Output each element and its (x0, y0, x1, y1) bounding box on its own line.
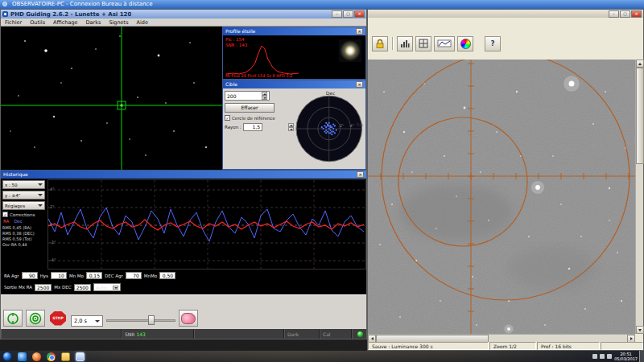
target-zoom-select[interactable]: 200 (225, 91, 270, 101)
star-profile-titlebar[interactable]: Profile étoile ✕ (223, 27, 365, 35)
dec-mode-select[interactable]: Auto (93, 283, 121, 291)
vertical-scrollbar[interactable] (635, 60, 643, 334)
volume-icon[interactable] (607, 354, 612, 359)
windows-explorer-icon[interactable] (61, 352, 70, 361)
dec-agr-input[interactable]: 70 (126, 272, 142, 279)
zoom-level: Zoom 1/2 (489, 342, 536, 350)
help-button[interactable]: ? (485, 36, 501, 51)
max-dec-label: Mx DEC (54, 285, 71, 290)
corrections-label: Corrections (10, 212, 35, 217)
status-message (1, 329, 122, 339)
target-axis-ra-label: RA (356, 121, 363, 127)
phd-titlebar[interactable]: PHD Guiding 2.6.2 - Lunette + Asi 120 – … (1, 10, 366, 19)
legend-dec[interactable]: Dec (14, 219, 23, 224)
max-dec-input[interactable]: 2500 (74, 284, 91, 291)
ytick-3: -2" (50, 240, 56, 245)
graph-settings-button[interactable]: Réglages (2, 201, 45, 210)
taskbar: 20:51 05/03/2017 (0, 351, 644, 362)
imaging-maximize-button[interactable]: ▢ (620, 10, 630, 18)
reference-circle-checkbox[interactable]: ✓ (225, 115, 230, 121)
y-scale-select[interactable]: y : ±4" (2, 191, 45, 200)
levels-icon (437, 39, 452, 48)
rms-ra: RMS 0,45 (RA) (2, 225, 46, 231)
history-titlebar[interactable]: Historique ✕ (1, 171, 366, 179)
exposure-duration-select[interactable]: 2,0 s (71, 315, 103, 327)
close-button[interactable]: ✕ (354, 10, 365, 18)
lock-button[interactable] (372, 36, 388, 51)
stretch-slider[interactable] (106, 314, 175, 327)
star-profile-close-icon[interactable]: ✕ (356, 28, 363, 35)
rms-dec: RMS 0,38 (DEC) (2, 231, 46, 237)
cal-indicator: Cal (320, 329, 352, 339)
snr-number: 143 (136, 331, 145, 337)
color-wheel-icon (460, 39, 471, 49)
advanced-settings-button[interactable] (179, 310, 198, 327)
radius-input[interactable]: 1,5 (243, 123, 262, 131)
minimize-button[interactable]: – (332, 10, 342, 18)
rdp-title: OBSERVATOIRE-PC - Connexion Bureau à dis… (12, 1, 153, 7)
target-panel: Cible ✕ 200 Effacer ✓ C (222, 80, 366, 170)
maximize-button[interactable]: ▢ (343, 10, 353, 18)
remote-desktop-screen: OBSERVATOIRE-PC - Connexion Bureau à dis… (0, 0, 644, 362)
guiding-params-row2: Sortie Mx RA 2500 Mx DEC 2500 Auto (4, 283, 121, 291)
history-close-icon[interactable]: ✕ (357, 171, 364, 178)
firefox-icon[interactable] (32, 352, 41, 361)
guide-target-icon (29, 312, 42, 325)
pin-icon[interactable] (2, 2, 7, 6)
ra-agr-input[interactable]: 90 (22, 272, 38, 279)
target-scatter-plot: Dec RA 2" 4" (294, 91, 365, 165)
taskbar-clock[interactable]: 20:51 05/03/2017 (614, 352, 638, 361)
hys-input[interactable]: 10 (51, 272, 67, 279)
ra-trace (48, 220, 364, 230)
chrome-icon[interactable] (47, 352, 56, 361)
rdp-connection-bar[interactable]: OBSERVATOIRE-PC - Connexion Bureau à dis… (0, 0, 644, 9)
imaging-minimize-button[interactable]: – (609, 10, 619, 18)
imaging-titlebar[interactable]: – ▢ ✕ (368, 10, 643, 18)
max-ra-input[interactable]: 2500 (35, 284, 52, 291)
show-desktop-button[interactable] (639, 351, 644, 362)
scroll-down-button[interactable] (636, 326, 644, 334)
bit-depth: Prof : 16 bits (537, 342, 600, 350)
menu-affichage[interactable]: Affichage (49, 19, 82, 26)
start-button[interactable] (2, 352, 12, 361)
slider-thumb[interactable] (148, 315, 155, 325)
menu-signets[interactable]: Signets (105, 19, 132, 26)
display-mode-button[interactable] (434, 36, 455, 51)
guide-button[interactable] (26, 310, 45, 327)
hidden-icons-icon[interactable] (592, 354, 597, 359)
internet-explorer-icon[interactable] (18, 352, 27, 361)
ra-agr-label: RA Agr (4, 274, 19, 278)
image-viewport[interactable] (368, 60, 635, 334)
imaging-app-taskbar-icon[interactable] (76, 352, 85, 361)
histogram-button[interactable] (397, 36, 413, 51)
system-tray: 20:51 05/03/2017 (592, 351, 638, 362)
profile-stats-line: Mi-Flux 28 PicH 154 Sz 8 HFD 3,2 (225, 73, 292, 78)
menu-aide[interactable]: Aide (133, 19, 152, 26)
scroll-up-button[interactable] (636, 60, 644, 68)
star-profile-curve (223, 39, 312, 77)
zoom-spinner[interactable] (262, 92, 267, 100)
radius-spinner[interactable] (288, 123, 294, 131)
loop-exposures-button[interactable] (3, 310, 23, 327)
target-title: Cible (225, 80, 237, 88)
grid-button[interactable] (415, 36, 431, 51)
clear-target-button[interactable]: Effacer (225, 103, 275, 113)
snr-segment: SNR 143 (122, 329, 194, 339)
menu-outils[interactable]: Outils (26, 19, 49, 26)
guiding-graph-plot[interactable]: 4" 2" 0 -2" -4" (47, 179, 366, 269)
imaging-close-button[interactable]: ✕ (631, 10, 642, 18)
target-close-icon[interactable]: ✕ (356, 81, 363, 88)
x-scale-select[interactable]: x : 50 (2, 180, 45, 189)
target-titlebar[interactable]: Cible ✕ (223, 80, 365, 88)
legend-ra[interactable]: RA (3, 219, 9, 224)
horizontal-scrollbar[interactable] (368, 334, 635, 342)
network-icon[interactable] (600, 354, 605, 359)
mnmo-ra-input[interactable]: 0,15 (86, 272, 102, 279)
color-button[interactable] (457, 36, 473, 51)
corrections-checkbox[interactable]: ✓ (2, 212, 8, 217)
vertical-scroll-thumb[interactable] (636, 68, 644, 164)
menu-fichier[interactable]: Fichier (1, 19, 26, 26)
mnmo-dec-input[interactable]: 0,50 (159, 272, 175, 279)
menu-darks[interactable]: Darks (82, 19, 105, 26)
stop-button[interactable]: STOP (48, 310, 68, 327)
